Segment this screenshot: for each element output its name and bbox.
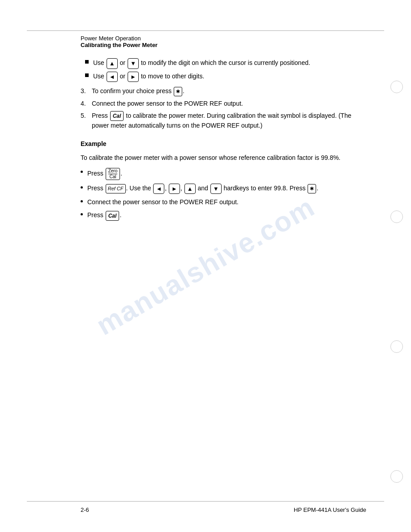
bullet-square-1 [85, 60, 89, 64]
header: Power Meter Operation Calibrating the Po… [81, 35, 384, 48]
header-line1: Power Meter Operation [81, 35, 384, 42]
binding-hole-4 [390, 470, 403, 483]
dot-bullet-1 [81, 171, 83, 173]
top-border [27, 30, 384, 31]
example-step-1: Press Zero Cal . [81, 168, 366, 180]
key-cal-ex: Cal [106, 211, 120, 221]
step-4-num: 4. [81, 99, 92, 108]
step-3-num: 3. [81, 86, 92, 96]
zero-cal-inner: Zero Cal [108, 169, 118, 179]
step-5-num: 5. [81, 111, 92, 120]
key-right-arrow: ► [128, 72, 139, 82]
dot-bullet-4 [81, 213, 83, 215]
footer: 2-6 HP EPM-441A User's Guide [81, 506, 366, 513]
binding-hole-2 [390, 210, 403, 223]
example-step-4-text: Press Cal. [87, 210, 121, 220]
bullet-item-2: Use ◄ or ► to move to other digits. [81, 72, 366, 82]
bullet-square-2 [85, 73, 89, 77]
example-heading: Example [81, 139, 366, 149]
key-down-arrow: ▼ [128, 58, 139, 69]
footer-guide-title: HP EPM-441A User's Guide [294, 506, 366, 513]
dot-bullet-3 [81, 200, 83, 202]
example-section: Example To calibrate the power meter wit… [81, 139, 366, 221]
example-intro: To calibrate the power meter with a powe… [81, 153, 366, 163]
bullet-item-2-text: Use ◄ or ► to move to other digits. [93, 72, 366, 82]
step-4: 4. Connect the power sensor to the POWER… [81, 99, 366, 108]
example-step-3-text: Connect the power sensor to the POWER RE… [87, 197, 239, 207]
main-content: Use ▲ or ▼ to modify the digit on which … [81, 58, 366, 224]
numbered-list: 3. To confirm your choice press ✱. 4. Co… [81, 86, 366, 130]
step-4-text: Connect the power sensor to the POWER RE… [92, 99, 366, 108]
step-5-text: Press Cal to calibrate the power meter. … [92, 111, 366, 130]
page: Power Meter Operation Calibrating the Po… [0, 0, 411, 532]
key-down-2: ▼ [210, 184, 222, 194]
zero-cal-bot: Cal [109, 175, 116, 179]
step-3: 3. To confirm your choice press ✱. [81, 86, 366, 96]
example-step-4: Press Cal. [81, 210, 366, 220]
binding-hole-3 [390, 340, 403, 353]
key-left-arrow: ◄ [107, 72, 118, 82]
bullet-list: Use ▲ or ▼ to modify the digit on which … [81, 58, 366, 82]
key-right-2: ► [169, 184, 180, 194]
header-line2: Calibrating the Power Meter [81, 42, 384, 48]
key-up-arrow: ▲ [107, 58, 118, 69]
key-left-2: ◄ [153, 184, 164, 194]
footer-page-number: 2-6 [81, 506, 89, 513]
key-enter-ex: ✱ [308, 184, 316, 193]
example-step-1-text: Press Zero Cal . [87, 168, 122, 180]
binding-hole-1 [390, 81, 403, 93]
bullet-item-1: Use ▲ or ▼ to modify the digit on which … [81, 58, 366, 69]
key-up-2: ▲ [184, 184, 196, 194]
example-step-2: Press Ref CF. Use the ◄, ►, ▲ and ▼ hard… [81, 184, 366, 194]
key-cal-5: Cal [110, 111, 124, 121]
example-step-2-text: Press Ref CF. Use the ◄, ►, ▲ and ▼ hard… [87, 184, 318, 194]
dot-bullet-2 [81, 186, 83, 189]
key-enter-3: ✱ [174, 87, 182, 96]
bullet-item-1-text: Use ▲ or ▼ to modify the digit on which … [93, 58, 366, 69]
bottom-border [27, 501, 384, 502]
key-ref-cf: Ref CF [106, 184, 126, 193]
zero-cal-top: Zero [108, 169, 118, 174]
step-5: 5. Press Cal to calibrate the power mete… [81, 111, 366, 130]
example-step-3: Connect the power sensor to the POWER RE… [81, 197, 366, 207]
example-steps: Press Zero Cal . Press Ref CF. Use the [81, 168, 366, 221]
step-3-text: To confirm your choice press ✱. [92, 86, 366, 96]
key-zero-cal: Zero Cal [106, 168, 120, 180]
